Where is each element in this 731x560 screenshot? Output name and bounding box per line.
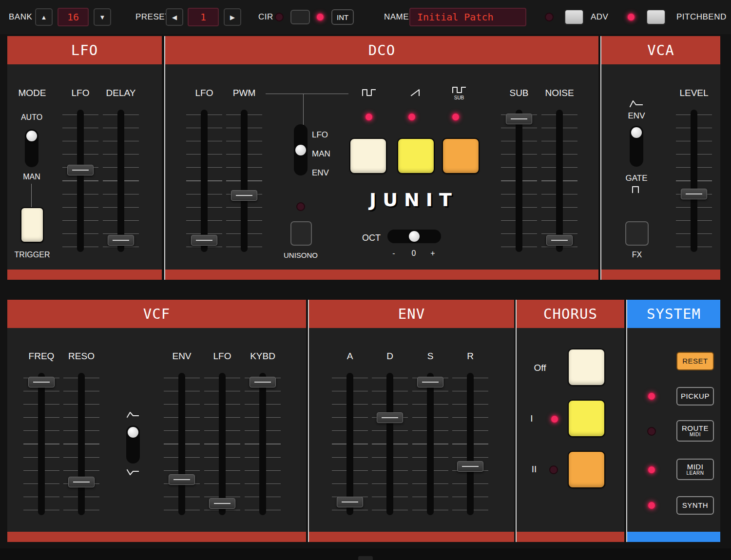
chorus-i-button[interactable]	[568, 400, 605, 437]
lfo-mode-toggle[interactable]	[25, 129, 38, 167]
route-led	[647, 427, 656, 436]
route-midi-button[interactable]: ROUTE MIDI	[676, 420, 714, 442]
left-arrow-icon: ◀	[172, 14, 177, 21]
slider-track	[259, 373, 266, 515]
preset-label: PRESET	[135, 12, 170, 22]
vca-level-label: LEVEL	[674, 88, 713, 98]
pulse-wave-button[interactable]	[349, 138, 387, 174]
slider-handle[interactable]	[250, 377, 276, 387]
vcf-reso-slider[interactable]	[62, 373, 101, 515]
toggle-knob[interactable]	[26, 131, 37, 141]
toggle-knob[interactable]	[631, 127, 642, 138]
vca-mode-toggle[interactable]	[630, 126, 643, 167]
slider-track	[38, 373, 45, 515]
reset-button[interactable]: RESET	[676, 352, 714, 370]
slider-handle[interactable]	[457, 461, 483, 472]
route-button-sublabel: MIDI	[690, 432, 701, 438]
patch-name-field[interactable]: Initial Patch	[409, 8, 526, 26]
dco-sub-slider[interactable]	[500, 110, 539, 252]
pitchbend-button[interactable]	[646, 9, 666, 25]
oct-zero-mark: 0	[404, 249, 423, 258]
lfo-section-footer	[7, 270, 162, 280]
slider-handle[interactable]	[28, 377, 55, 387]
chorus-off-button[interactable]	[568, 348, 605, 386]
slider-handle[interactable]	[191, 235, 217, 246]
bank-up-button[interactable]: ▲	[35, 8, 53, 26]
dco-pwm-slider[interactable]	[225, 110, 264, 252]
slider-handle[interactable]	[209, 498, 235, 509]
env-sustain-label: S	[411, 351, 450, 362]
pwm-source-options: LFO MAN ENV	[312, 125, 330, 182]
adv-button[interactable]	[564, 9, 584, 25]
toggle-knob[interactable]	[295, 145, 306, 155]
dco-noise-slider[interactable]	[540, 110, 579, 252]
slider-handle[interactable]	[681, 189, 707, 199]
slider-handle[interactable]	[67, 165, 94, 175]
vcf-kybd-label: KYBD	[243, 351, 282, 362]
unisono-led	[296, 202, 305, 211]
env-decay-label: D	[370, 351, 409, 362]
pickup-button[interactable]: PICKUP	[676, 387, 714, 406]
oct-slider[interactable]	[387, 230, 441, 243]
pwm-source-option-lfo: LFO	[312, 125, 330, 144]
bank-down-button[interactable]: ▼	[94, 8, 111, 26]
slider-handle[interactable]	[231, 190, 257, 201]
dco-lfo-slider[interactable]	[185, 110, 224, 252]
midi-learn-button[interactable]: MIDI LEARN	[676, 459, 714, 480]
saw-wave-button[interactable]	[397, 138, 435, 174]
toggle-knob[interactable]	[128, 427, 138, 438]
dco-noise-label: NOISE	[540, 88, 579, 98]
preset-prev-button[interactable]: ◀	[166, 8, 183, 26]
pulse-wave-icon	[362, 88, 376, 97]
vcf-env-slider[interactable]	[162, 373, 201, 515]
lfo-delay-label: DELAY	[101, 88, 140, 98]
chorus-ii-button[interactable]	[568, 451, 605, 488]
slider-handle[interactable]	[417, 377, 443, 387]
env-decay-slider[interactable]	[370, 373, 409, 515]
sub-wave-icon	[452, 86, 466, 95]
route-button-label: ROUTE	[682, 425, 709, 432]
int-button[interactable]: INT	[331, 9, 354, 25]
reset-button-label: RESET	[682, 357, 708, 365]
vcf-lfo-slider[interactable]	[203, 373, 242, 515]
lfo-rate-slider[interactable]	[61, 110, 100, 252]
vca-gate-label: GATE	[617, 174, 656, 183]
dco-pwm-label: PWM	[225, 88, 264, 98]
preset-display: 1	[188, 8, 219, 26]
fx-button[interactable]	[625, 221, 649, 246]
chorus-ii-led	[549, 465, 558, 474]
slider-handle[interactable]	[68, 477, 95, 487]
pwm-routing-line	[266, 94, 348, 94]
env-attack-slider[interactable]	[330, 373, 369, 515]
resize-handle[interactable]	[358, 556, 373, 560]
slider-track	[516, 110, 522, 252]
unisono-button[interactable]	[290, 221, 312, 246]
slider-handle[interactable]	[169, 474, 195, 485]
vca-level-slider[interactable]	[674, 110, 713, 252]
sub-wave-button[interactable]	[442, 138, 480, 174]
pwm-routing-line-drop	[303, 94, 304, 125]
slider-handle[interactable]	[377, 412, 403, 423]
slider-handle[interactable]	[546, 235, 573, 246]
lfo-trigger-button[interactable]	[20, 207, 44, 243]
lfo-trigger-label: TRIGGER	[8, 251, 57, 259]
lfo-man-label: MAN	[12, 173, 51, 181]
slider-handle[interactable]	[337, 497, 363, 507]
midi-button-label: MIDI	[687, 463, 704, 471]
vcf-freq-slider[interactable]	[22, 373, 61, 515]
env-positive-icon	[126, 411, 140, 419]
env-release-slider[interactable]	[451, 373, 490, 515]
midi-button-sublabel: LEARN	[687, 471, 704, 476]
oct-slider-knob[interactable]	[409, 231, 420, 242]
vcf-env-polarity-toggle[interactable]	[126, 425, 140, 463]
lfo-delay-slider[interactable]	[101, 110, 140, 252]
midi-learn-led	[647, 465, 656, 474]
slider-handle[interactable]	[108, 235, 134, 246]
slider-handle[interactable]	[506, 114, 532, 124]
cir-button[interactable]	[290, 10, 310, 24]
pwm-source-switch[interactable]	[294, 124, 308, 175]
synth-button[interactable]: SYNTH	[676, 496, 714, 515]
preset-next-button[interactable]: ▶	[224, 8, 241, 26]
vcf-kybd-slider[interactable]	[243, 373, 282, 515]
env-sustain-slider[interactable]	[411, 373, 450, 515]
